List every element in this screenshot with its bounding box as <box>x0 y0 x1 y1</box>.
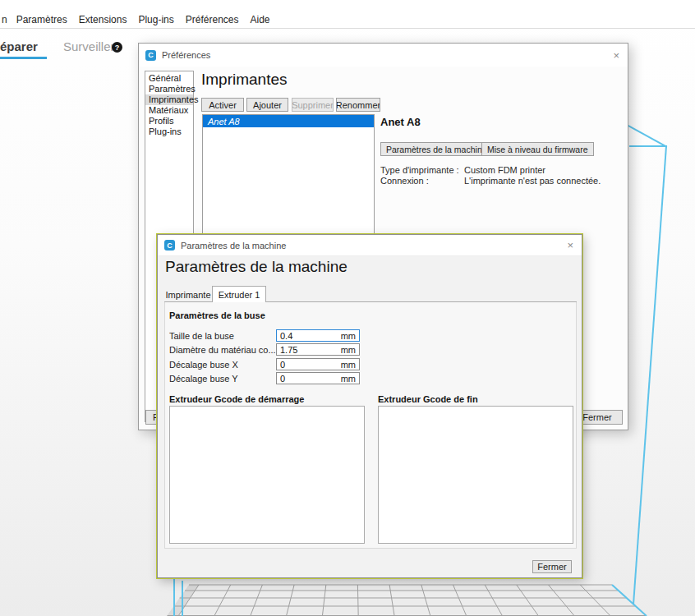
sidebar-item-imprimantes[interactable]: Imprimantes <box>145 94 193 105</box>
connection-label: Connexion : <box>380 176 429 186</box>
nozzle-size-field[interactable]: mm <box>276 329 360 342</box>
printer-type-label: Type d'imprimante : <box>380 165 459 175</box>
menu-item-aide[interactable]: Aide <box>244 14 275 25</box>
nozzle-size-unit: mm <box>341 331 359 341</box>
preferences-dialog-title: Préférences <box>162 50 210 60</box>
nozzle-offset-x-unit: mm <box>341 360 359 370</box>
tab-prepare[interactable]: éparer <box>0 39 38 53</box>
cura-app-window: n Paramètres Extensions Plug-ins Préfére… <box>0 0 695 616</box>
nozzle-offset-y-unit: mm <box>341 374 359 384</box>
nozzle-size-input[interactable] <box>277 331 334 341</box>
monitor-status-icon: ? <box>112 42 122 53</box>
cura-logo-icon: C <box>145 50 156 61</box>
close-icon[interactable]: × <box>613 50 619 61</box>
sidebar-item-materiaux[interactable]: Matériaux <box>145 105 193 116</box>
rename-button[interactable]: Renommer <box>336 98 380 112</box>
start-gcode-label: Extrudeur Gcode de démarrage <box>169 394 304 404</box>
remove-button: Supprimer <box>292 98 334 112</box>
machine-settings-close-button[interactable]: Fermer <box>532 560 572 573</box>
machine-settings-titlebar[interactable]: C Paramètres de la machine <box>158 235 582 256</box>
tab-monitor[interactable]: Surveiller <box>63 39 115 53</box>
menu-bar: n Paramètres Extensions Plug-ins Préfére… <box>0 11 695 29</box>
start-gcode-textarea[interactable] <box>169 406 365 544</box>
end-gcode-textarea[interactable] <box>378 406 573 544</box>
activate-button[interactable]: Activer <box>201 98 244 112</box>
sidebar-item-general[interactable]: Général <box>145 73 193 84</box>
build-volume-edge-right-vertical <box>632 146 667 616</box>
material-diameter-input[interactable] <box>277 345 334 355</box>
tab-extruder-1[interactable]: Extruder 1 <box>212 286 266 302</box>
sidebar-item-profils[interactable]: Profils <box>145 116 193 126</box>
nozzle-offset-x-field[interactable]: mm <box>276 358 360 370</box>
nozzle-offset-x-input[interactable] <box>277 360 334 370</box>
nozzle-offset-y-input[interactable] <box>277 374 334 384</box>
page-title: Imprimantes <box>201 71 288 89</box>
printer-list-item-selected[interactable]: Anet A8 <box>203 115 374 127</box>
tab-prepare-underline <box>0 57 47 59</box>
machine-settings-dialog-title: Paramètres de la machine <box>181 241 286 251</box>
nozzle-offset-y-field[interactable]: mm <box>276 372 360 384</box>
build-volume-edge-top-horizontal <box>629 145 667 147</box>
sidebar-item-parametres[interactable]: Paramètres <box>145 84 193 94</box>
material-diameter-label: Diamètre du matériau co... <box>169 345 276 355</box>
add-button[interactable]: Ajouter <box>246 98 288 112</box>
nozzle-offset-x-label: Décalage buse X <box>169 360 238 370</box>
firmware-upgrade-button[interactable]: Mise à niveau du firmware <box>481 142 594 156</box>
build-volume-edge-top-diagonal <box>628 125 667 148</box>
preferences-titlebar[interactable]: C Préférences <box>139 44 628 67</box>
connection-value: L'imprimante n'est pas connectée. <box>464 176 601 186</box>
menu-item-parametres[interactable]: Paramètres <box>11 14 73 25</box>
menu-item-preferences[interactable]: Préférences <box>180 14 245 25</box>
close-icon[interactable]: × <box>567 240 573 251</box>
nozzle-size-label: Taille de la buse <box>169 331 234 341</box>
nozzle-settings-title: Paramètres de la buse <box>169 310 265 320</box>
material-diameter-field[interactable]: mm <box>276 343 360 356</box>
menu-item-plugins[interactable]: Plug-ins <box>132 14 179 25</box>
machine-settings-dialog: C Paramètres de la machine × Paramètres … <box>157 234 582 578</box>
build-plate-grid <box>160 577 653 616</box>
printer-type-value: Custom FDM printer <box>464 165 545 175</box>
material-diameter-unit: mm <box>341 345 359 355</box>
tab-imprimante[interactable]: Imprimante <box>164 288 212 301</box>
printer-detail-name: Anet A8 <box>380 116 421 128</box>
end-gcode-label: Extrudeur Gcode de fin <box>378 394 478 404</box>
machine-settings-button[interactable]: Paramètres de la machine <box>380 142 493 156</box>
menu-item-extensions[interactable]: Extensions <box>73 14 133 25</box>
machine-settings-heading: Paramètres de la machine <box>165 258 348 276</box>
sidebar-item-plugins[interactable]: Plug-ins <box>145 126 193 137</box>
window-top-strip <box>0 0 695 11</box>
menu-item-partial[interactable]: n <box>0 14 11 25</box>
cura-logo-icon: C <box>164 240 175 251</box>
nozzle-offset-y-label: Décalage buse Y <box>169 374 238 384</box>
